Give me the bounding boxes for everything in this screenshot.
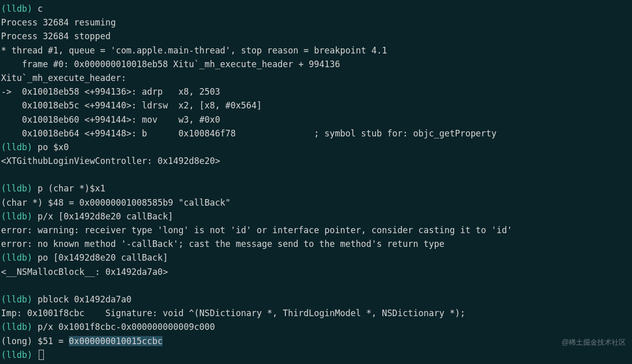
output-line: 0x10018eb64 <+994148>: b 0x100846f78 ; s… (1, 127, 631, 141)
terminal-line: (lldb) c (1, 2, 631, 16)
output-line: frame #0: 0x000000010018eb58 Xitu`_mh_ex… (1, 58, 631, 71)
output-line: Xitu`_mh_execute_header: (1, 71, 631, 85)
terminal-line: (lldb) pblock 0x1492da7a0 (1, 293, 631, 306)
command-input[interactable]: p (char *)$x1 (38, 183, 106, 193)
terminal-line: (lldb) p (char *)$x1 (1, 182, 631, 195)
output-line: error: warning: receiver type 'long' is … (1, 223, 631, 237)
highlighted-address: 0x000000010015ccbc (69, 336, 163, 346)
output-line: Process 32684 resuming (1, 16, 631, 30)
lldb-prompt: (lldb) (1, 322, 32, 332)
terminal-line: (lldb) po $x0 (1, 141, 631, 154)
output-line: 0x10018eb60 <+994144>: mov w3, #0x0 (1, 113, 631, 127)
output-line: <XTGithubLoginViewController: 0x1492d8e2… (1, 154, 631, 168)
lldb-prompt: (lldb) (1, 350, 32, 360)
lldb-prompt: (lldb) (1, 183, 32, 193)
cursor[interactable] (39, 350, 44, 360)
terminal-line: (lldb) (1, 348, 631, 362)
command-input[interactable]: c (38, 4, 43, 14)
output-line: Process 32684 stopped (1, 30, 631, 43)
command-input[interactable]: po $x0 (38, 142, 69, 152)
lldb-prompt: (lldb) (1, 142, 32, 152)
watermark: @稀土掘金技术社区 (562, 337, 626, 348)
lldb-prompt: (lldb) (1, 211, 32, 221)
lldb-prompt: (lldb) (1, 294, 32, 304)
terminal-line: (lldb) p/x 0x1001f8cbc-0x000000000009c00… (1, 320, 631, 334)
output-line: (char *) $48 = 0x00000001008585b9 "callB… (1, 196, 631, 210)
output-line: Imp: 0x1001f8cbc Signature: void ^(NSDic… (1, 306, 631, 320)
output-line: (long) $51 = 0x000000010015ccbc (1, 334, 631, 348)
command-input[interactable]: p/x 0x1001f8cbc-0x000000000009c000 (38, 322, 215, 332)
output-line: -> 0x10018eb58 <+994136>: adrp x8, 2503 (1, 85, 631, 99)
output-line: <__NSMallocBlock__: 0x1492da7a0> (1, 265, 631, 279)
output-line: 0x10018eb5c <+994140>: ldrsw x2, [x8, #0… (1, 99, 631, 113)
output-line: error: no known method '-callBack'; cast… (1, 237, 631, 251)
terminal-line: (lldb) po [0x1492d8e20 callBack] (1, 251, 631, 265)
terminal-line: (lldb) p/x [0x1492d8e20 callBack] (1, 210, 631, 223)
lldb-prompt: (lldb) (1, 253, 32, 263)
blank-line (1, 168, 631, 182)
command-input[interactable]: p/x [0x1492d8e20 callBack] (38, 211, 173, 221)
blank-line (1, 279, 631, 293)
output-prefix: (long) $51 = (1, 336, 69, 346)
command-input[interactable]: po [0x1492d8e20 callBack] (38, 253, 168, 263)
output-line: * thread #1, queue = 'com.apple.main-thr… (1, 44, 631, 58)
command-input[interactable]: pblock 0x1492da7a0 (38, 294, 131, 304)
lldb-prompt: (lldb) (1, 4, 32, 14)
